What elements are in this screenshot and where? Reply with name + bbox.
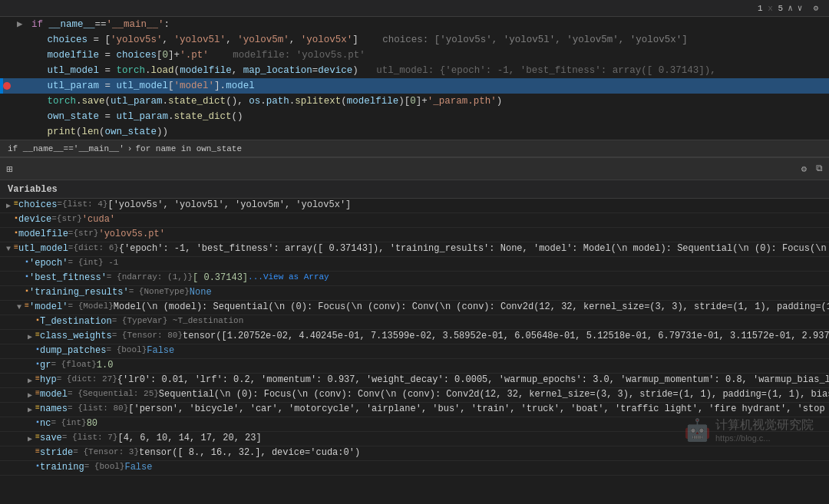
var-value-modelfile: 'yolov5s.pt' <box>98 229 164 239</box>
var-name-model2: model <box>40 389 68 400</box>
panel-settings-icon[interactable]: ⚙ <box>801 163 807 175</box>
code-line-2: choices = ['yolov5s', 'yolov5l', 'yolov5… <box>0 32 829 48</box>
var-row-stride[interactable]: ≡ stride = {Tensor: 3} tensor([ 8., 16.,… <box>0 446 829 461</box>
var-name-dp: dump_patches <box>40 345 106 356</box>
var-choices: choices <box>48 35 88 45</box>
expand-names[interactable]: ▶ <box>25 405 35 414</box>
var-name: __name__ <box>49 19 95 30</box>
var-name-nc: nc <box>40 418 51 429</box>
var-type-modelfile: ={str} <box>68 229 99 238</box>
arrow-down-icon[interactable]: ∨ <box>798 3 803 13</box>
var-value-model-key: Model(\n (model): Sequential(\n (0): Foc… <box>114 301 829 312</box>
var-row-tdest[interactable]: ▪ T_destination = {TypeVar} ~T_destinati… <box>0 315 829 330</box>
breadcrumb-part-2: for name in own_state <box>135 144 242 153</box>
var-type-save: = {list: 7} <box>62 433 118 442</box>
var-row-save[interactable]: ▶ ≡ save = {list: 7} [4, 6, 10, 14, 17, … <box>0 432 829 446</box>
var-row-names[interactable]: ▶ ≡ names = {list: 80} ['person', 'bicyc… <box>0 403 829 417</box>
var-type-gr: = {float} <box>51 360 96 369</box>
var-value-training: False <box>124 462 152 473</box>
var-row-epoch[interactable]: ▪ 'epoch' = {int} -1 <box>0 257 829 272</box>
var-value-model2: Sequential(\n (0): Focus(\n (conv): Conv… <box>159 389 829 400</box>
var-row-choices[interactable]: ▶ ≡ choices ={list: 4} ['yolov5s', 'yolo… <box>0 199 829 213</box>
var-type-tdest: = {TypeVar} ~T_destination <box>112 316 244 325</box>
var-type-dp: = {bool} <box>106 345 147 354</box>
var-row-nc[interactable]: ▪ nc = {int} 80 <box>0 417 829 432</box>
var-type-model-key: = {Model} <box>68 301 113 311</box>
code-line-8: print(len(own_state)) <box>0 124 829 140</box>
var-name-epoch: 'epoch' <box>29 258 68 268</box>
expand-utl-model[interactable]: ▼ <box>3 245 14 253</box>
expand-model2[interactable]: ▶ <box>25 390 35 400</box>
code-line-5: utl_param = utl_model['model'].model <box>0 78 829 94</box>
var-row-model-key[interactable]: ▼ ≡ 'model' = {Model} Model(\n (model): … <box>0 301 829 315</box>
code-container: ▶ if __name__=='__main__': choices = ['y… <box>0 17 829 140</box>
arrow-up-icon[interactable]: ∧ <box>788 3 793 13</box>
panel-icons-left: ⊞ <box>6 163 12 176</box>
var-row-class-weights[interactable]: ▶ ≡ class_weights = {Tensor: 80} tensor(… <box>0 330 829 344</box>
panel-expand-icon[interactable]: ⧉ <box>816 163 823 174</box>
line-content-8: print(len(own_state)) <box>14 124 829 140</box>
settings-icon[interactable]: ⚙ <box>813 3 818 13</box>
breadcrumb-bar: if __name__=='__main__' › for name in ow… <box>0 140 829 156</box>
var-row-hyp[interactable]: ▶ ≡ hyp = {dict: 27} {'lr0': 0.01, 'lrf'… <box>0 374 829 388</box>
var-name-save: save <box>40 433 62 443</box>
code-line-3: modelfile = choices[0]+'.pt' modelfile: … <box>0 48 829 63</box>
var-row-model2[interactable]: ▶ ≡ model = {Sequential: 25} Sequential(… <box>0 388 829 403</box>
variables-title: Variables <box>8 184 58 195</box>
var-name-names: names <box>40 404 68 414</box>
code-line-4: utl_model = torch.load(modelfile, map_lo… <box>0 63 829 78</box>
var-name-hyp: hyp <box>40 374 57 385</box>
var-row-gr[interactable]: ▪ gr = {float} 1.0 <box>0 359 829 374</box>
line-content-7: own_state = utl_param.state_dict() <box>14 109 829 124</box>
line-content-2: choices = ['yolov5s', 'yolov5l', 'yolov5… <box>14 32 829 48</box>
expand-model-key[interactable]: ▼ <box>14 303 25 311</box>
var-type-model2: = {Sequential: 25} <box>68 389 159 398</box>
editor-toolbar: 1 x 5 ∧ ∨ ⚙ <box>0 0 829 17</box>
pagination-text: 1 x 5 <box>758 4 783 13</box>
var-name-cw: class_weights <box>40 331 112 341</box>
code-line-1: ▶ if __name__=='__main__': <box>0 17 829 32</box>
var-name-stride: stride <box>40 447 73 458</box>
var-type-device: ={str} <box>51 214 82 223</box>
var-row-modelfile[interactable]: ▪ modelfile ={str} 'yolov5s.pt' <box>0 228 829 242</box>
variables-header: Variables <box>0 180 829 199</box>
var-type-stride: = {Tensor: 3} <box>73 447 139 456</box>
var-value-utl-model: {'epoch': -1, 'best_fitness': array([ 0.… <box>119 243 829 254</box>
var-row-training-results[interactable]: ▪ 'training_results' = {NoneType} None <box>0 286 829 301</box>
var-value-hyp: {'lr0': 0.01, 'lrf': 0.2, 'momentum': 0.… <box>117 374 829 385</box>
var-name-model-key: 'model' <box>29 301 68 312</box>
line-content-3: modelfile = choices[0]+'.pt' modelfile: … <box>14 48 829 63</box>
code-line-6: torch.save(utl_param.state_dict(), os.pa… <box>0 94 829 109</box>
breakpoint-dot <box>3 82 11 90</box>
var-value-device: 'cuda' <box>82 214 115 225</box>
var-row-dump-patches[interactable]: ▪ dump_patches = {bool} False <box>0 344 829 359</box>
var-name-tr: 'training_results' <box>29 287 129 298</box>
str-yolov5s: 'yolov5s' <box>111 35 163 45</box>
expand-cw[interactable]: ▶ <box>25 332 35 341</box>
panel-divider: ⊞ ⚙ ⧉ <box>0 157 829 180</box>
var-value-best-fitness: [ 0.37143] <box>193 272 248 283</box>
var-row-utl-model[interactable]: ▼ ≡ utl_model ={dict: 6} {'epoch': -1, '… <box>0 242 829 257</box>
var-value-names: ['person', 'bicycle', 'car', 'motorcycle… <box>128 404 829 414</box>
breadcrumb-part-1: if __name__=='__main__' <box>8 144 124 153</box>
var-name-modelfile: modelfile <box>18 229 68 239</box>
var-row-device[interactable]: ▪ device ={str} 'cuda' <box>0 213 829 228</box>
var-value-dp: False <box>147 345 174 356</box>
var-name-best-fitness: 'best_fitness' <box>29 272 107 283</box>
variables-grid-icon[interactable]: ⊞ <box>6 163 12 176</box>
expand-hyp[interactable]: ▶ <box>25 376 35 385</box>
var-row-training[interactable]: ▪ training = {bool} False <box>0 461 829 476</box>
expand-save[interactable]: ▶ <box>25 434 35 443</box>
variables-panel[interactable]: ▶ ≡ choices ={list: 4} ['yolov5s', 'yolo… <box>0 199 829 504</box>
var-name-utl-model: utl_model <box>18 243 68 254</box>
op: == <box>95 19 107 30</box>
var-value-nc: 80 <box>87 418 97 429</box>
var-type-names: = {list: 80} <box>68 404 128 413</box>
var-row-best-fitness[interactable]: ▪ 'best_fitness' = {ndarray: (1,)} [ 0.3… <box>0 272 829 286</box>
var-type-nc: = {int} <box>51 418 86 427</box>
line-content-4: utl_model = torch.load(modelfile, map_lo… <box>14 63 829 78</box>
expand-choices[interactable]: ▶ <box>3 201 14 210</box>
editor-area: 1 x 5 ∧ ∨ ⚙ ▶ if __name__=='__main__': c… <box>0 0 829 157</box>
view-link-bf[interactable]: ...View as Array <box>248 272 329 282</box>
left-indicator <box>0 78 3 94</box>
